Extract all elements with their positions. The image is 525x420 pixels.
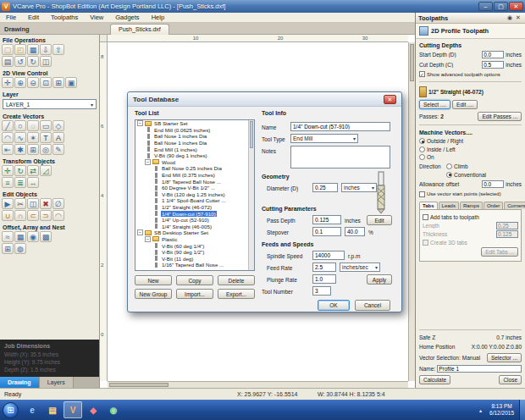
- paste-icon[interactable]: ◫: [40, 56, 52, 67]
- text-tool-icon[interactable]: T: [40, 132, 52, 143]
- zoom-extents-icon[interactable]: ⊞: [52, 77, 64, 88]
- tree-item-v-bit-90-deg-1-inches[interactable]: V-Bit (90 deg 1 inches): [135, 152, 254, 159]
- tree-expander-icon[interactable]: −: [145, 159, 151, 165]
- tree-scrollbar[interactable]: [248, 120, 254, 270]
- cancel-button[interactable]: Cancel: [355, 300, 390, 311]
- draw-star-icon[interactable]: ✶: [27, 132, 39, 143]
- start-button[interactable]: ⊞: [3, 402, 19, 418]
- vector-start-points-checkbox[interactable]: [419, 191, 425, 197]
- duplicate-icon[interactable]: ◫: [27, 198, 39, 209]
- zoom-box-icon[interactable]: ⊡: [40, 77, 52, 88]
- tab-tabs[interactable]: Tabs: [419, 202, 438, 209]
- draw-curve-icon[interactable]: ∿: [14, 132, 26, 143]
- tree-item-1-16-tapered-ball-nose[interactable]: 1/16" Tapered Ball Nose ...: [135, 262, 254, 268]
- redo-icon[interactable]: ↻: [27, 56, 39, 67]
- mirror-icon[interactable]: ⇄: [27, 165, 39, 176]
- taskbar-media-icon[interactable]: ◉: [104, 401, 123, 418]
- stepover-percent-input[interactable]: [345, 227, 365, 236]
- cut-depth-input[interactable]: [482, 61, 504, 69]
- taskbar-shopbot-icon[interactable]: ◆: [84, 401, 102, 418]
- draw-ellipse-icon[interactable]: ◌: [27, 120, 39, 131]
- gear-vector-icon[interactable]: ✱: [14, 144, 26, 155]
- snap-icon[interactable]: ◎: [40, 144, 52, 155]
- close-toolpath-button[interactable]: Close: [499, 375, 522, 384]
- canvas-hscrollbar[interactable]: [108, 381, 408, 388]
- draw-polygon-icon[interactable]: ◇: [52, 120, 64, 131]
- tree-item-plastic[interactable]: −Plastic: [135, 236, 254, 243]
- trim-icon[interactable]: ⊂: [27, 210, 39, 221]
- tree-item-1-4-up-cut-52-910[interactable]: 1/4" Up-cut (52-910): [135, 217, 254, 224]
- align-icon[interactable]: ≡: [2, 177, 14, 188]
- fillet-icon[interactable]: ◠: [52, 210, 64, 221]
- draw-line-icon[interactable]: ╱: [2, 120, 14, 131]
- array-copy-icon[interactable]: ▦: [14, 231, 26, 242]
- select-icon[interactable]: ▶: [2, 198, 14, 209]
- grid-array-icon[interactable]: ⊞: [27, 144, 39, 155]
- tree-item-end-mill-0-375-inches[interactable]: End Mill (0.375 inches): [135, 172, 254, 179]
- tree-item-1-2-straight-46-072[interactable]: 1/2" Straight (46-072): [135, 204, 254, 211]
- rotate-icon[interactable]: ↻: [14, 165, 26, 176]
- tab-order[interactable]: Order: [484, 202, 503, 209]
- draw-circle-icon[interactable]: ○: [14, 120, 26, 131]
- open-file-icon[interactable]: ◰: [14, 44, 26, 55]
- menu-gadgets[interactable]: Gadgets: [109, 13, 145, 22]
- scissors-icon[interactable]: ✂: [14, 198, 26, 209]
- minimize-button[interactable]: –: [478, 2, 493, 11]
- dialog-close-button[interactable]: ✕: [384, 95, 396, 104]
- calculate-button[interactable]: Calculate: [419, 375, 450, 384]
- close-panel-icon[interactable]: ✕: [514, 14, 522, 21]
- copy-tool-button[interactable]: Copy: [176, 275, 213, 285]
- edit-tool-button[interactable]: Edit ....: [452, 100, 478, 109]
- tab-thickness-input[interactable]: [496, 230, 518, 238]
- circular-array-icon[interactable]: ◉: [27, 231, 39, 242]
- canvas-vscrollbar[interactable]: [408, 42, 415, 381]
- subtract-icon[interactable]: ∩: [14, 210, 26, 221]
- tree-item-1-4-down-cut-57-910[interactable]: 1/4" Down-cut (57-910): [135, 210, 254, 217]
- document-tab[interactable]: Push_Sticks.dxf: [110, 24, 169, 35]
- spindle-speed-input[interactable]: [312, 251, 345, 260]
- taskbar-clock[interactable]: 8:13 PM 6/12/2015: [489, 403, 514, 417]
- diameter-input[interactable]: [312, 183, 338, 192]
- menu-view[interactable]: View: [84, 13, 109, 22]
- tree-expander-icon[interactable]: −: [137, 120, 143, 126]
- copy-along-icon[interactable]: ◍: [14, 243, 26, 254]
- dimension-icon[interactable]: ⇤: [2, 144, 14, 155]
- taskbar-explorer-icon[interactable]: ▤: [43, 401, 62, 418]
- start-depth-input[interactable]: [482, 51, 504, 58]
- tool-type-select[interactable]: End Mill▾: [290, 134, 358, 143]
- menu-file[interactable]: File: [0, 13, 22, 22]
- tree-item-sb-starter-set[interactable]: −SB Starter Set: [135, 120, 254, 127]
- tree-item-ball-nose-0-25-inches-dia[interactable]: Ball Nose 0.25 inches Dia: [135, 165, 254, 172]
- measure-icon[interactable]: ∅: [52, 198, 64, 209]
- draw-rectangle-icon[interactable]: ▭: [40, 120, 52, 131]
- close-button[interactable]: ✕: [509, 2, 523, 11]
- dialog-titlebar[interactable]: Tool Database ✕: [128, 92, 401, 107]
- tree-item-v-bit-60-deg-1-4[interactable]: V-Bit (60 deg 1/4"): [135, 242, 254, 249]
- menu-edit[interactable]: Edit: [22, 13, 45, 22]
- tab-ramps[interactable]: Ramps: [460, 202, 483, 209]
- export-vectors-icon[interactable]: ⇧: [52, 44, 64, 55]
- radio-on[interactable]: [419, 154, 425, 160]
- tree-expander-icon[interactable]: −: [145, 236, 151, 242]
- import-button[interactable]: Import...: [176, 289, 213, 299]
- weld-icon[interactable]: ∪: [2, 210, 14, 221]
- tree-item-1-1-4-spoil-board-cutter[interactable]: 1 1/4" Spoil-Board Cutter ...: [135, 197, 254, 204]
- apply-button[interactable]: Apply: [367, 274, 392, 285]
- notes-textarea[interactable]: [290, 146, 390, 169]
- tab-drawing[interactable]: Drawing: [0, 377, 40, 388]
- stretch-icon[interactable]: ↔: [27, 177, 39, 188]
- radio-conventional[interactable]: [446, 172, 452, 178]
- undo-icon[interactable]: ↺: [14, 56, 26, 67]
- tree-item-end-mill-1-inches[interactable]: End Mill (1 inches): [135, 146, 254, 152]
- node-edit-icon[interactable]: ✎: [52, 144, 64, 155]
- select-tool-button[interactable]: Select ....: [419, 100, 450, 109]
- ok-button[interactable]: OK: [318, 300, 350, 311]
- layer-select[interactable]: LAYER_1▾: [3, 99, 97, 109]
- distribute-icon[interactable]: ≣: [14, 177, 26, 188]
- radio-climb[interactable]: [446, 163, 452, 169]
- import-vectors-icon[interactable]: ⇩: [40, 44, 52, 55]
- allowance-input[interactable]: [482, 180, 504, 188]
- title-bar[interactable]: V VCarve Pro - ShopBot Edition (Art Desi…: [0, 0, 525, 13]
- feed-units-select[interactable]: inches/sec▾: [340, 262, 380, 272]
- feed-rate-input[interactable]: [312, 262, 336, 272]
